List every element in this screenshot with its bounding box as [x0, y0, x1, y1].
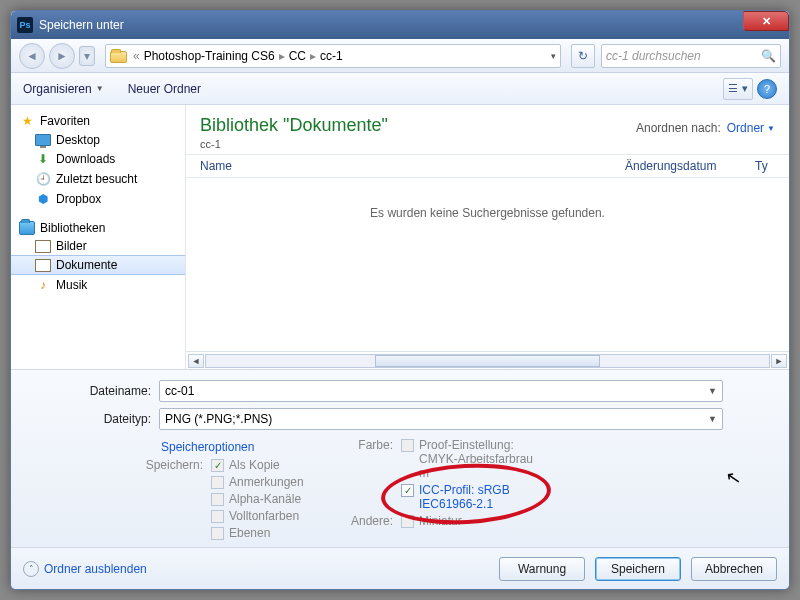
filetype-select[interactable]: PNG (*.PNG;*.PNS)▼: [159, 408, 723, 430]
forward-button[interactable]: ►: [49, 43, 75, 69]
sidebar-item-dropbox[interactable]: ⬢Dropbox: [11, 189, 185, 209]
download-icon: ⬇: [35, 151, 51, 167]
empty-message: Es wurden keine Suchergebnisse gefunden.: [186, 178, 789, 351]
save-as-dialog: Ps Speichern unter ✕ ◄ ► ▾ « Photoshop-T…: [10, 10, 790, 590]
chevron-down-icon[interactable]: ▼: [708, 414, 717, 424]
save-options-header: Speicheroptionen: [161, 440, 345, 454]
breadcrumb[interactable]: « Photoshop-Training CS6 ▸ CC ▸ cc-1 ▾: [105, 44, 561, 68]
as-copy-label: Als Kopie: [229, 458, 280, 472]
search-icon: 🔍: [761, 49, 776, 63]
chevron-right-icon: ▸: [310, 49, 316, 63]
chevron-down-icon: ▼: [96, 84, 104, 93]
window-title: Speichern unter: [39, 18, 124, 32]
scroll-thumb[interactable]: [375, 355, 600, 367]
chevron-down-icon: ▼: [767, 124, 775, 133]
thumbnail-label: Miniatur: [419, 514, 462, 528]
search-placeholder: cc-1 durchsuchen: [606, 49, 701, 63]
hide-folders-button[interactable]: ˄ Ordner ausblenden: [23, 561, 147, 577]
sidebar-item-recent[interactable]: 🕘Zuletzt besucht: [11, 169, 185, 189]
layers-label: Ebenen: [229, 526, 270, 540]
column-headers[interactable]: Name Änderungsdatum Ty: [186, 155, 789, 178]
as-copy-checkbox: [211, 459, 224, 472]
view-mode-button[interactable]: ☰ ▾: [723, 78, 753, 100]
sidebar-item-downloads[interactable]: ⬇Downloads: [11, 149, 185, 169]
chevron-left-icon: «: [133, 49, 140, 63]
pictures-icon: [35, 240, 51, 253]
footer: ˄ Ordner ausblenden Warnung Speichern Ab…: [11, 547, 789, 589]
library-title: Bibliothek "Dokumente": [200, 115, 636, 136]
libraries-icon: [19, 221, 35, 235]
sidebar-group-libraries[interactable]: Bibliotheken: [11, 219, 185, 237]
organize-button[interactable]: Organisieren▼: [23, 82, 104, 96]
alpha-label: Alpha-Kanäle: [229, 492, 301, 506]
sidebar-item-music[interactable]: ♪Musik: [11, 275, 185, 295]
filetype-label: Dateityp:: [23, 412, 151, 426]
annotations-label: Anmerkungen: [229, 475, 304, 489]
save-options-panel: Dateiname: cc-01▼ Dateityp: PNG (*.PNG;*…: [11, 369, 789, 547]
other-label: Andere:: [345, 514, 393, 528]
recent-icon: 🕘: [35, 171, 51, 187]
filename-label: Dateiname:: [23, 384, 151, 398]
chevron-down-icon[interactable]: ▾: [551, 51, 556, 61]
refresh-button[interactable]: ↻: [571, 44, 595, 68]
sidebar-item-pictures[interactable]: Bilder: [11, 237, 185, 255]
history-dropdown[interactable]: ▾: [79, 46, 95, 66]
dropbox-icon: ⬢: [35, 191, 51, 207]
back-button[interactable]: ◄: [19, 43, 45, 69]
proof-checkbox: [401, 439, 414, 452]
column-modified[interactable]: Änderungsdatum: [625, 159, 755, 173]
arrange-dropdown[interactable]: Ordner▼: [727, 121, 775, 135]
chevron-down-icon[interactable]: ▼: [708, 386, 717, 396]
search-input[interactable]: cc-1 durchsuchen 🔍: [601, 44, 781, 68]
column-name[interactable]: Name: [200, 159, 625, 173]
proof-label: Proof-Einstellung:CMYK-Arbeitsfarbraum: [419, 438, 533, 480]
alpha-checkbox: [211, 493, 224, 506]
chevron-right-icon: ▸: [279, 49, 285, 63]
save-label: Speichern:: [135, 458, 203, 472]
scroll-track[interactable]: [205, 354, 770, 368]
icc-profile-checkbox[interactable]: [401, 484, 414, 497]
new-folder-button[interactable]: Neuer Ordner: [128, 82, 201, 96]
desktop-icon: [35, 134, 51, 146]
annotations-checkbox: [211, 476, 224, 489]
titlebar[interactable]: Ps Speichern unter ✕: [11, 11, 789, 39]
spot-label: Volltonfarben: [229, 509, 299, 523]
toolbar: Organisieren▼ Neuer Ordner ☰ ▾ ?: [11, 73, 789, 105]
nav-row: ◄ ► ▾ « Photoshop-Training CS6 ▸ CC ▸ cc…: [11, 39, 789, 73]
breadcrumb-item[interactable]: Photoshop-Training CS6: [144, 49, 275, 63]
star-icon: ★: [19, 113, 35, 129]
sidebar-item-desktop[interactable]: Desktop: [11, 131, 185, 149]
music-icon: ♪: [35, 277, 51, 293]
column-type[interactable]: Ty: [755, 159, 775, 173]
color-label: Farbe:: [345, 438, 393, 480]
breadcrumb-item[interactable]: cc-1: [320, 49, 343, 63]
file-list-pane: Bibliothek "Dokumente" cc-1 Anordnen nac…: [186, 105, 789, 369]
help-button[interactable]: ?: [757, 79, 777, 99]
sidebar: ★ Favoriten Desktop ⬇Downloads 🕘Zuletzt …: [11, 105, 186, 369]
spot-checkbox: [211, 510, 224, 523]
thumbnail-checkbox: [401, 515, 414, 528]
breadcrumb-item[interactable]: CC: [289, 49, 306, 63]
save-button[interactable]: Speichern: [595, 557, 681, 581]
filename-input[interactable]: cc-01▼: [159, 380, 723, 402]
warning-button[interactable]: Warnung: [499, 557, 585, 581]
close-button[interactable]: ✕: [743, 11, 789, 31]
sidebar-item-documents[interactable]: Dokumente: [11, 255, 185, 275]
layers-checkbox: [211, 527, 224, 540]
icc-profile-label: ICC-Profil: sRGBIEC61966-2.1: [419, 483, 510, 511]
horizontal-scrollbar[interactable]: ◄ ►: [186, 351, 789, 369]
chevron-up-icon: ˄: [23, 561, 39, 577]
scroll-right-button[interactable]: ►: [771, 354, 787, 368]
arrange-label: Anordnen nach:: [636, 121, 721, 135]
documents-icon: [35, 259, 51, 272]
cancel-button[interactable]: Abbrechen: [691, 557, 777, 581]
folder-icon: [110, 49, 127, 63]
app-icon: Ps: [17, 17, 33, 33]
scroll-left-button[interactable]: ◄: [188, 354, 204, 368]
library-subtitle: cc-1: [200, 138, 636, 150]
sidebar-group-favorites[interactable]: ★ Favoriten: [11, 111, 185, 131]
